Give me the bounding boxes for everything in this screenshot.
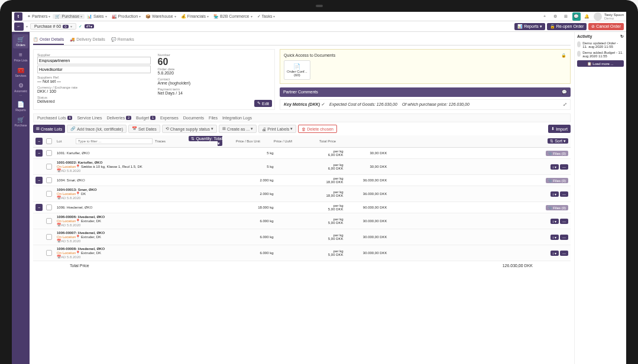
section-tab-budget[interactable]: Budget1 (136, 116, 156, 120)
th-total-price: Total Price (294, 139, 336, 143)
row-action-i[interactable]: i ▾ (550, 219, 559, 224)
chevron-down-icon[interactable]: ▾ (26, 24, 28, 28)
collapse-toggle[interactable]: − (35, 204, 43, 211)
sort-button[interactable]: ⇅ Sort ▾ (548, 138, 568, 144)
app-logo[interactable]: t (14, 12, 22, 21)
files-button[interactable]: 📎 Files (0) (546, 178, 568, 183)
change-supply-button[interactable]: ⟲ Change supply status ▾ (162, 125, 217, 133)
document-card[interactable]: 📄 Order Conf... (60) (284, 60, 310, 80)
th-traces: Traces (155, 139, 184, 143)
tab-order-details[interactable]: 📋Order Details (33, 35, 64, 45)
row-checkbox[interactable] (46, 164, 52, 170)
tab-remarks[interactable]: 💬Remarks (111, 35, 134, 45)
payment-value: Net Days / 14 (158, 91, 271, 95)
files-button[interactable]: 📎 Files (0) (546, 205, 568, 210)
row-checkbox[interactable] (46, 191, 52, 197)
topnav-warehouse[interactable]: 📦Warehouse▾ (143, 14, 179, 19)
quick-access-title: Quick Access to Documents (284, 53, 335, 58)
files-button[interactable]: 📎 Files (0) (546, 151, 568, 156)
row-action-menu[interactable]: ⋯ (560, 235, 568, 240)
activity-entry: Demo updated Order - 11. aug 2020 11:55 (577, 41, 624, 48)
delete-chosen-button[interactable]: 🗑 Delete chosen (298, 125, 337, 133)
row-action-i[interactable]: i ▾ (550, 235, 559, 240)
row-total: 36.000,00 DKK (346, 192, 387, 196)
row-checkbox[interactable] (46, 250, 52, 256)
group-total: 36.000,00 DKK (346, 178, 387, 182)
reopen-order-button[interactable]: 🔓 Re-open Order (547, 23, 587, 30)
import-button[interactable]: ⬇ Import (548, 125, 571, 133)
comment-icon: 💬 (562, 90, 567, 95)
set-dates-button[interactable]: 📅 Set Dates (128, 125, 160, 133)
row-checkbox[interactable] (46, 234, 52, 240)
tag-icon[interactable]: 🏷 ▾ (85, 24, 95, 28)
section-tab-expenses[interactable]: Expenses (160, 116, 179, 120)
row-action-menu[interactable]: ⋯ (560, 219, 568, 224)
row-qty: 2.000 kg (238, 192, 274, 196)
lot-filter-input[interactable] (76, 138, 153, 144)
sidebar-item-services[interactable]: 🧰Services (13, 65, 28, 79)
back-button[interactable]: ← (14, 22, 24, 31)
th-price-box-unit: Price / Box Unit (225, 139, 260, 143)
warehouse-input[interactable] (37, 66, 151, 73)
sidebar-item-price-lists[interactable]: ≡Price Lists (13, 50, 28, 64)
row-checkbox[interactable] (46, 177, 52, 183)
topnav-partners[interactable]: ⚭Partners▾ (25, 14, 53, 19)
table-group-row: − 1004: Smør, ØKO 2.000 kg per kg18,00 D… (33, 175, 571, 186)
collapse-toggle[interactable]: − (35, 177, 43, 184)
print-labels-button[interactable]: 🖨 Print Labels ▾ (258, 125, 296, 133)
section-tab-integration-logs[interactable]: Integration Logs (222, 116, 252, 120)
topnav-b2b-commerce[interactable]: 🏪B2B Commerce▾ (211, 14, 254, 19)
sidebar-item-automatic-[interactable]: ⚙Automatic ... (13, 80, 28, 98)
bell-icon[interactable]: 🔔 (583, 12, 591, 21)
activity-avatar (577, 51, 581, 57)
topnav-tasks[interactable]: ✓Tasks▾ (255, 14, 278, 19)
expand-all-toggle[interactable]: − (35, 138, 43, 145)
row-checkbox[interactable] (46, 204, 52, 210)
row-action-menu[interactable]: ⋯ (560, 164, 568, 170)
add-icon[interactable]: + (540, 12, 549, 21)
topnav-production[interactable]: 🏭Production▾ (109, 14, 143, 19)
row-action-i[interactable]: i ▾ (550, 251, 559, 256)
section-tab-service-lines[interactable]: Service Lines (77, 116, 102, 120)
create-lots-button[interactable]: ⊞ Create Lots (33, 125, 65, 133)
add-trace-button[interactable]: 🔗 Add trace (lot, certificate) (67, 125, 127, 133)
sidebar: 🛒Orders≡Price Lists🧰Services⚙Automatic .… (12, 32, 30, 364)
create-as-button[interactable]: ⊞ Create as ... ▾ (219, 125, 257, 133)
select-all-checkbox[interactable] (46, 138, 52, 144)
history-icon[interactable]: ↻ (620, 34, 624, 39)
sidebar-item-purchase[interactable]: 🛒Purchase (13, 115, 28, 129)
breadcrumb[interactable]: Purchase # 60 0 ▾ (30, 23, 76, 30)
topnav-financials[interactable]: 💰Financials▾ (179, 14, 212, 19)
collapse-toggle[interactable]: − (35, 150, 43, 157)
sidebar-item-reports[interactable]: 📄Reports (13, 99, 28, 113)
group-uom: per kg6,00 DKK (314, 150, 344, 157)
topnav-purchase[interactable]: 🛒Purchase▾ (53, 14, 85, 19)
tab-delivery-details[interactable]: 🚚Delivery Details (70, 35, 105, 45)
reports-button[interactable]: 📊 Reports ▾ (514, 23, 545, 30)
partner-comments-panel[interactable]: Partner Comments 💬 (280, 87, 571, 97)
edit-button[interactable]: ✎ Edit (254, 100, 272, 107)
topnav-sales[interactable]: 📊Sales▾ (85, 14, 109, 19)
row-checkbox[interactable] (46, 150, 52, 156)
quantity-dropdown[interactable]: ⇅ Quantity: Total ▾ (189, 136, 222, 146)
row-action-i[interactable]: i ▾ (550, 191, 559, 197)
sidebar-item-orders[interactable]: 🛒Orders (13, 34, 28, 48)
expand-icon[interactable]: ⤢ (563, 102, 566, 107)
section-tab-files[interactable]: Files (209, 116, 218, 120)
load-more-button[interactable]: 📋 Load more ... (577, 60, 624, 67)
settings-icon[interactable]: ⚙ (551, 12, 559, 21)
chat-icon[interactable]: 💬 (572, 12, 581, 21)
suppliers-ref-value: — Not set — (37, 79, 151, 83)
section-tab-purchased-lots[interactable]: Purchased Lots6 (37, 116, 72, 120)
row-action-i[interactable]: i ▾ (550, 164, 559, 170)
row-checkbox[interactable] (46, 218, 52, 224)
section-tab-documents[interactable]: Documents (183, 116, 204, 120)
section-tab-deliveries[interactable]: Deliveries2 (106, 116, 131, 120)
total-row: Total Price 126.030,00 DKK (33, 261, 571, 270)
row-action-menu[interactable]: ⋯ (560, 191, 568, 197)
cancel-order-button[interactable]: ⊘ Cancel Order (588, 23, 624, 30)
supplier-input[interactable] (37, 57, 151, 64)
grid-icon[interactable]: ⊞ (562, 12, 570, 21)
row-action-menu[interactable]: ⋯ (560, 251, 568, 256)
avatar[interactable] (594, 12, 602, 21)
